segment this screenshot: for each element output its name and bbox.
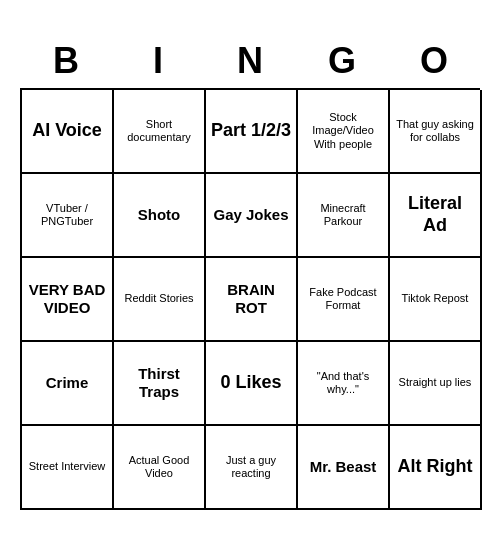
header-o: O — [392, 40, 476, 82]
bingo-cell-18[interactable]: "And that's why..." — [298, 342, 390, 426]
header-g: G — [300, 40, 384, 82]
bingo-cell-21[interactable]: Actual Good Video — [114, 426, 206, 510]
bingo-cell-22[interactable]: Just a guy reacting — [206, 426, 298, 510]
bingo-cell-3[interactable]: Stock Image/Video With people — [298, 90, 390, 174]
bingo-cell-16[interactable]: Thirst Traps — [114, 342, 206, 426]
bingo-cell-4[interactable]: That guy asking for collabs — [390, 90, 482, 174]
bingo-header: B I N G O — [20, 34, 480, 88]
bingo-cell-2[interactable]: Part 1/2/3 — [206, 90, 298, 174]
header-i: I — [116, 40, 200, 82]
bingo-cell-17[interactable]: 0 Likes — [206, 342, 298, 426]
bingo-cell-6[interactable]: Shoto — [114, 174, 206, 258]
bingo-cell-23[interactable]: Mr. Beast — [298, 426, 390, 510]
bingo-cell-15[interactable]: Crime — [22, 342, 114, 426]
bingo-cell-24[interactable]: Alt Right — [390, 426, 482, 510]
bingo-cell-1[interactable]: Short documentary — [114, 90, 206, 174]
bingo-cell-19[interactable]: Straight up lies — [390, 342, 482, 426]
bingo-cell-14[interactable]: Tiktok Repost — [390, 258, 482, 342]
bingo-cell-11[interactable]: Reddit Stories — [114, 258, 206, 342]
bingo-cell-8[interactable]: Minecraft Parkour — [298, 174, 390, 258]
bingo-cell-20[interactable]: Street Interview — [22, 426, 114, 510]
bingo-cell-10[interactable]: VERY BAD VIDEO — [22, 258, 114, 342]
header-n: N — [208, 40, 292, 82]
bingo-cell-0[interactable]: AI Voice — [22, 90, 114, 174]
bingo-card: B I N G O AI VoiceShort documentaryPart … — [20, 34, 480, 510]
header-b: B — [24, 40, 108, 82]
bingo-grid: AI VoiceShort documentaryPart 1/2/3Stock… — [20, 88, 480, 510]
bingo-cell-12[interactable]: BRAIN ROT — [206, 258, 298, 342]
bingo-cell-5[interactable]: VTuber / PNGTuber — [22, 174, 114, 258]
bingo-cell-7[interactable]: Gay Jokes — [206, 174, 298, 258]
bingo-cell-9[interactable]: Literal Ad — [390, 174, 482, 258]
bingo-cell-13[interactable]: Fake Podcast Format — [298, 258, 390, 342]
